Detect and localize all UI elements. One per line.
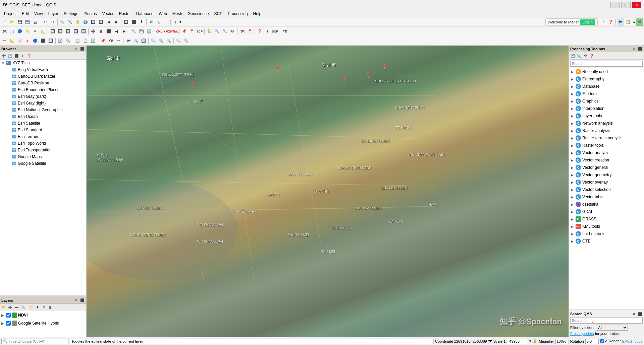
scale-dropdown[interactable]: ▾ (529, 339, 531, 343)
rotation-input[interactable] (585, 339, 599, 344)
save-as-btn[interactable]: 💾 (24, 18, 31, 26)
browser-tree-item-3[interactable]: CartoDB Positron (0, 80, 86, 86)
python-btn[interactable]: 🐍 (206, 28, 213, 35)
copy-feat-btn[interactable]: 📋 (74, 37, 82, 45)
menu-item-project[interactable]: Project (1, 11, 19, 17)
measure-btn[interactable]: 📏 (24, 28, 31, 35)
digitize3-btn[interactable]: 🔵 (16, 28, 23, 35)
toolbox-item-14[interactable]: ▶QVector geometry (569, 171, 644, 179)
add-group-btn[interactable]: 📁 (28, 304, 34, 310)
toolbox-item-20[interactable]: ▶GGRASS (569, 215, 644, 223)
toolbox-item-16[interactable]: ▶QVector selection (569, 186, 644, 193)
snap4-btn[interactable]: 🔲 (72, 28, 79, 35)
zoom-layer-btn[interactable]: 🔲 (90, 18, 97, 26)
menu-item-mesh[interactable]: Mesh (170, 11, 185, 17)
zoom-in-btn[interactable]: 🔍 (59, 18, 66, 26)
save-project-btn[interactable]: 💾 (16, 18, 23, 26)
toolbox-item-19[interactable]: ▶QGDAL (569, 208, 644, 215)
digitize-btn[interactable]: 🗺 (1, 28, 8, 35)
toolbox-item-2[interactable]: ▶QDatabase (569, 83, 644, 90)
toolbox-toggle-btn[interactable]: ⚒ (636, 18, 643, 26)
select2-btn[interactable]: 🔲 (140, 37, 147, 45)
browser-tree-item-5[interactable]: Esri Gray (dark) (0, 93, 86, 100)
zoom-out-btn[interactable]: 🔍 (66, 18, 74, 26)
browser-tree-item-11[interactable]: Esri Terrain (0, 133, 86, 140)
browser-tree-item-1[interactable]: Bing VirtualEarth (0, 66, 86, 73)
filter-extent-select[interactable]: All Current extent (596, 325, 628, 331)
open-layer-manager-btn[interactable]: 📂 (1, 304, 7, 310)
snap3-btn[interactable]: 🔲 (64, 28, 72, 35)
menu-item-web[interactable]: Web (156, 11, 169, 17)
layers-float-btn[interactable]: ⬛ (79, 298, 85, 303)
draw2-btn[interactable]: 📐 (8, 37, 16, 45)
browser-float-btn[interactable]: ⬛ (79, 46, 85, 52)
draw7-btn[interactable]: 🔲 (47, 37, 54, 45)
toolbox-close-btn[interactable]: ✕ (631, 46, 637, 52)
browser-toggle-btn[interactable]: 🗺 (617, 18, 624, 26)
plugin2-btn[interactable]: 📍 (188, 28, 196, 35)
scp-btn[interactable]: SCP (196, 28, 203, 35)
toolbox-item-4[interactable]: ▶QGraphics (569, 97, 644, 105)
map-area[interactable]: 深圳市 深圳国际花卉博览园 深圳湾(Shenzhen Bay) SHA KIU … (87, 46, 569, 337)
browser-enable-props-btn[interactable]: ⬆ (20, 53, 26, 59)
delete-btn[interactable]: 🗑 (97, 28, 105, 35)
extra2-btn[interactable]: 🗺 (281, 28, 288, 35)
toolbox-item-21[interactable]: ▶KMLKML tools (569, 223, 644, 230)
rotate-btn[interactable]: 🔄 (57, 37, 64, 45)
info-btn[interactable]: ℹ (599, 18, 607, 26)
qms-search-input[interactable] (570, 318, 643, 324)
expand-all-btn[interactable]: ⬇ (35, 304, 41, 310)
toolbox-refresh-btn[interactable]: 🔄 (570, 53, 576, 59)
layers-toggle-btn[interactable]: 📋 (625, 18, 632, 26)
osm2-btn[interactable]: 📍 (246, 28, 254, 35)
html-btn[interactable]: HTML (171, 28, 178, 35)
maximize-button[interactable]: □ (621, 2, 631, 8)
save2-btn[interactable]: 💾 (138, 28, 145, 35)
print-btn[interactable]: 🖨 (32, 18, 39, 26)
toolbox-item-7[interactable]: ▶QNetwork analysis (569, 120, 644, 127)
search-btn[interactable]: 🔍 (213, 28, 221, 35)
browser-help-btn[interactable]: ❓ (26, 53, 32, 59)
draw3-btn[interactable]: 📈 (16, 37, 23, 45)
osm1-btn[interactable]: 🗺 (238, 28, 246, 35)
measure3-btn[interactable]: 🔍 (157, 37, 165, 45)
menu-item-scp[interactable]: SCP (212, 11, 225, 17)
menu-item-help[interactable]: Help (251, 11, 264, 17)
zoom2-btn[interactable]: 🔍 (132, 37, 140, 45)
toolbox-item-9[interactable]: ▶QRaster terrain analysis (569, 134, 644, 142)
menu-item-processing[interactable]: Processing (225, 11, 250, 17)
toolbox-item-15[interactable]: ▶QVector overlay (569, 179, 644, 186)
move-btn[interactable]: ⬛ (105, 28, 112, 35)
zoom-selection-btn[interactable]: 🔲 (97, 18, 105, 26)
browser-tree-item-6[interactable]: Esri Gray (light) (0, 100, 86, 107)
menu-item-plugins[interactable]: Plugins (81, 11, 99, 17)
toolbox-search-btn[interactable]: 🔍 (576, 53, 582, 59)
layers-close-btn[interactable]: ✕ (73, 298, 79, 303)
planet-login-btn[interactable]: Log in (580, 19, 595, 25)
search3-btn[interactable]: 🔍 (182, 37, 190, 45)
plugin1-btn[interactable]: 📌 (180, 28, 188, 35)
snap2-btn[interactable]: 🔲 (57, 28, 64, 35)
qms-float-btn[interactable]: ⬛ (637, 311, 643, 317)
browser-add-btn[interactable]: ➕ (1, 53, 7, 59)
toolbox-config-btn[interactable]: ⚙ (582, 53, 588, 59)
toolbox-item-5[interactable]: ▶QInterpolation (569, 105, 644, 112)
layer-item-1[interactable]: ▶Google Satellite Hybrid (0, 319, 86, 327)
browser-collapse-btn[interactable]: ⬛ (13, 53, 19, 59)
edit-btn[interactable]: ✏ (32, 28, 39, 35)
minimize-button[interactable]: ─ (610, 2, 620, 8)
layer-checkbox-0[interactable] (6, 313, 11, 318)
menu-item-settings[interactable]: Settings (61, 11, 81, 17)
kml-btn[interactable]: KML (155, 28, 163, 35)
add-layer-btn[interactable]: ➕ (7, 304, 13, 310)
scp2-btn[interactable]: SCP (271, 28, 279, 35)
render-checkbox[interactable] (600, 339, 604, 343)
measure4-btn[interactable]: 🔍 (165, 37, 172, 45)
zoom-full-btn[interactable]: 🌍 (82, 18, 89, 26)
qms-close-btn[interactable]: ✕ (631, 311, 637, 317)
browser-tree-item-2[interactable]: CartoDB Dark Matter (0, 73, 86, 80)
browser-tree-item-0[interactable]: ▼XYZ Tiles (0, 60, 86, 66)
new-project-btn[interactable]: 📄 (1, 18, 8, 26)
remove-layer-btn[interactable]: ➖ (13, 304, 19, 310)
next-btn[interactable]: ▶ (120, 28, 128, 35)
